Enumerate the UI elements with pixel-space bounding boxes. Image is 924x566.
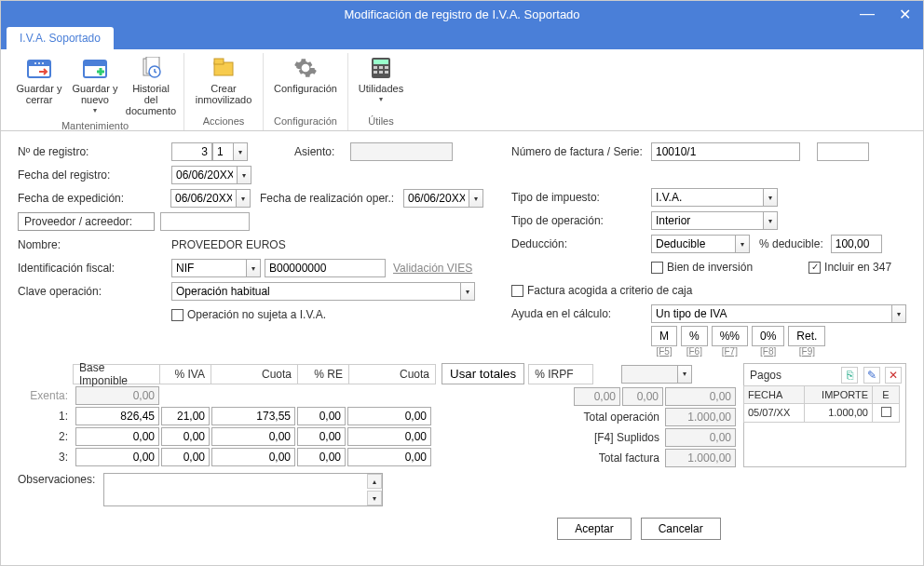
save-new-button[interactable]: Guardar y nuevo ▾ xyxy=(68,53,122,118)
op-key-input[interactable] xyxy=(171,282,460,301)
suplidos[interactable] xyxy=(665,428,736,447)
svg-point-2 xyxy=(34,62,36,64)
helper-pctpct[interactable]: %% xyxy=(712,326,748,346)
r1-re[interactable] xyxy=(297,407,346,425)
op-key-dd[interactable]: ▾ xyxy=(460,282,475,301)
r1-iva[interactable] xyxy=(161,407,210,425)
close-button[interactable]: ✕ xyxy=(886,1,923,27)
reg-no-label: Nº de registro: xyxy=(18,145,171,158)
ribbon: Guardar y cerrar Guardar y nuevo ▾ Histo… xyxy=(1,49,923,131)
svg-rect-16 xyxy=(374,60,388,64)
reg-no-input[interactable] xyxy=(171,142,212,161)
r2-iva[interactable] xyxy=(161,427,210,446)
deduction-label: Deducción: xyxy=(511,237,651,250)
use-totals-button[interactable]: Usar totales xyxy=(442,363,524,384)
svg-rect-21 xyxy=(379,71,383,74)
vies-link[interactable]: Validación VIES xyxy=(393,262,472,275)
svg-rect-14 xyxy=(214,59,224,64)
save-close-button[interactable]: Guardar y cerrar xyxy=(12,53,66,118)
supplier-input[interactable] xyxy=(160,212,250,231)
scroll-up-icon[interactable]: ▴ xyxy=(367,474,382,489)
inv-asset-checkbox[interactable]: Bien de inversión xyxy=(651,261,753,274)
op-date-input[interactable] xyxy=(403,189,469,208)
r2-cuota2[interactable] xyxy=(347,427,431,446)
helper-pct[interactable]: % xyxy=(681,326,708,346)
reg-date-label: Fecha del registro: xyxy=(18,168,171,182)
r2-cuota[interactable] xyxy=(211,427,295,446)
include-347-checkbox[interactable]: ✓Incluir en 347 xyxy=(808,261,891,274)
op-type-input[interactable] xyxy=(651,211,763,230)
pagos-del-icon[interactable]: ✕ xyxy=(885,367,902,384)
helper-m[interactable]: M xyxy=(651,326,677,346)
obs-textarea[interactable]: ▴ ▾ xyxy=(103,473,383,506)
helper-ret[interactable]: Ret. xyxy=(788,326,825,346)
r3-iva[interactable] xyxy=(161,448,210,466)
irpf-c[interactable] xyxy=(665,387,736,406)
deduction-input[interactable] xyxy=(651,235,735,253)
exempt-base[interactable] xyxy=(75,386,159,405)
pagos-row[interactable]: 05/07/XX 1.000,00 xyxy=(744,404,905,423)
fiscal-type-input[interactable] xyxy=(171,259,246,277)
total-op[interactable] xyxy=(665,408,736,426)
fiscal-id-input[interactable] xyxy=(265,259,386,277)
helper-zero[interactable]: 0% xyxy=(752,326,784,346)
fiscal-type-dd[interactable]: ▾ xyxy=(246,259,261,277)
op-type-dd[interactable]: ▾ xyxy=(763,211,778,230)
row2-label: 2: xyxy=(18,430,74,443)
pagos-edit-icon[interactable]: ✎ xyxy=(863,367,880,384)
utilities-button[interactable]: Utilidades ▾ xyxy=(354,53,408,114)
exempt-label: Exenta: xyxy=(18,389,74,402)
total-inv[interactable] xyxy=(665,449,736,467)
calc-help-input[interactable] xyxy=(651,304,891,323)
r1-cuota[interactable] xyxy=(211,407,295,425)
cancel-button[interactable]: Cancelar xyxy=(641,518,721,540)
reg-date-dd[interactable]: ▾ xyxy=(237,166,251,184)
suplidos-label: [F4] Suplidos xyxy=(561,428,663,447)
tax-type-dd[interactable]: ▾ xyxy=(763,188,778,207)
exp-date-input[interactable] xyxy=(170,189,236,208)
r3-cuota[interactable] xyxy=(211,448,295,466)
calc-help-dd[interactable]: ▾ xyxy=(891,304,906,323)
reg-date-input[interactable] xyxy=(171,166,237,184)
op-date-dd[interactable]: ▾ xyxy=(469,189,483,208)
r3-base[interactable] xyxy=(75,448,159,466)
irpf-b[interactable] xyxy=(622,387,663,406)
cash-criteria-checkbox[interactable]: Factura acogida a criterio de caja xyxy=(511,284,692,297)
hdr-re: % RE xyxy=(297,364,349,384)
fiscal-id-label: Identificación fiscal: xyxy=(18,262,171,275)
pct-ded-input[interactable] xyxy=(831,235,882,253)
irpf-dd[interactable]: ▾ xyxy=(677,365,692,384)
exp-date-label: Fecha de expedición: xyxy=(18,192,170,205)
r1-cuota2[interactable] xyxy=(347,407,431,425)
dropdown-icon[interactable]: ▾ xyxy=(93,105,97,116)
r2-re[interactable] xyxy=(297,427,346,446)
pagos-panel: Pagos ⎘ ✎ ✕ FECHA IMPORTE E 05/07/XX 1.0… xyxy=(743,363,906,467)
r3-cuota2[interactable] xyxy=(347,448,431,466)
irpf-select[interactable] xyxy=(621,365,677,384)
invoice-input[interactable] xyxy=(651,142,800,161)
reg-series-input[interactable] xyxy=(212,142,233,161)
pagos-add-icon[interactable]: ⎘ xyxy=(841,367,858,384)
exp-date-dd[interactable]: ▾ xyxy=(236,189,251,208)
config-button[interactable]: Configuración xyxy=(269,53,342,114)
reg-series-dd[interactable]: ▾ xyxy=(233,142,248,161)
not-subject-checkbox[interactable]: Operación no sujeta a I.V.A. xyxy=(171,308,326,321)
gear-icon xyxy=(291,55,320,81)
tax-type-input[interactable] xyxy=(651,188,763,207)
dropdown-icon[interactable]: ▾ xyxy=(379,94,383,105)
r1-base[interactable] xyxy=(75,407,159,425)
invoice-serie-input[interactable] xyxy=(817,142,869,161)
pagos-hdr-e: E xyxy=(872,385,900,404)
r3-re[interactable] xyxy=(297,448,346,466)
ok-button[interactable]: Aceptar xyxy=(557,518,631,540)
create-asset-button[interactable]: Crear inmovilizado xyxy=(190,53,257,114)
scroll-down-icon[interactable]: ▾ xyxy=(367,491,382,505)
deduction-dd[interactable]: ▾ xyxy=(735,235,750,253)
r2-base[interactable] xyxy=(75,427,159,446)
irpf-a[interactable] xyxy=(574,387,620,406)
invoice-label: Número de factura / Serie: xyxy=(511,145,651,158)
doc-history-button[interactable]: Historial del documento xyxy=(124,53,178,118)
minimize-button[interactable]: — xyxy=(849,1,886,27)
tab-iva-soportado[interactable]: I.V.A. Soportado xyxy=(7,27,114,49)
asiento-input[interactable] xyxy=(350,142,453,161)
